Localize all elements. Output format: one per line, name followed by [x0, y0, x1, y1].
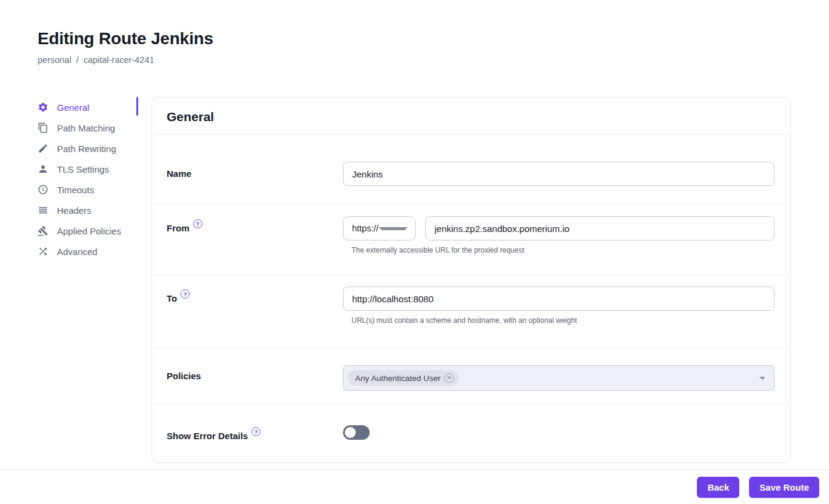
- help-icon[interactable]: ?: [193, 219, 202, 228]
- name-label: Name: [167, 168, 191, 179]
- card-title: General: [152, 98, 790, 135]
- policies-label: Policies: [167, 371, 201, 381]
- sidebar-item-path-rewriting[interactable]: Path Rewriting: [38, 138, 138, 159]
- page-title: Editing Route Jenkins: [38, 29, 829, 48]
- breadcrumb-namespace[interactable]: personal: [38, 55, 72, 65]
- policy-chip-label: Any Authenticated User: [355, 374, 441, 383]
- sidebar-item-advanced[interactable]: Advanced: [38, 241, 138, 262]
- sidebar-item-label: Timeouts: [57, 185, 94, 195]
- sidebar-item-label: General: [57, 102, 89, 113]
- name-input[interactable]: [343, 162, 774, 186]
- chevron-down-icon: [379, 227, 408, 230]
- lines-icon: [38, 205, 48, 216]
- chevron-down-icon: [759, 377, 765, 380]
- sidebar-item-label: TLS Settings: [57, 164, 109, 174]
- show-error-details-row: Show Error Details?: [152, 405, 790, 462]
- copy-icon: [38, 122, 48, 133]
- save-route-button[interactable]: Save Route: [749, 477, 819, 498]
- help-icon[interactable]: ?: [181, 290, 190, 299]
- policies-select[interactable]: Any Authenticated User ✕: [343, 365, 774, 391]
- toggle-knob: [345, 427, 356, 438]
- to-field-row: To? URL(s) must contain a scheme and hos…: [152, 276, 790, 348]
- from-input[interactable]: [425, 216, 774, 240]
- policy-chip[interactable]: Any Authenticated User ✕: [348, 370, 458, 386]
- breadcrumb-separator: /: [76, 55, 79, 65]
- gavel-icon: [38, 225, 48, 236]
- footer-action-bar: Back Save Route: [0, 469, 829, 504]
- from-field-row: From? https:// The externally accessible…: [152, 204, 790, 276]
- sidebar-item-label: Advanced: [57, 247, 98, 257]
- person-icon: [38, 164, 48, 174]
- help-icon[interactable]: ?: [251, 427, 261, 436]
- sidebar-item-timeouts[interactable]: Timeouts: [38, 179, 138, 200]
- name-field-row: Name: [152, 135, 790, 204]
- breadcrumb: personal / capital-racer-4241: [38, 55, 829, 65]
- breadcrumb-cluster[interactable]: capital-racer-4241: [84, 55, 155, 65]
- content: General Path Matching Path Rewriting TLS…: [0, 97, 829, 469]
- sidebar: General Path Matching Path Rewriting TLS…: [38, 97, 138, 262]
- route-settings-card: General Name From? https://: [151, 97, 791, 463]
- shuffle-icon: [38, 246, 48, 257]
- to-input[interactable]: [343, 287, 774, 311]
- chip-delete-icon[interactable]: ✕: [444, 373, 454, 383]
- scheme-select-value: https://: [352, 224, 379, 233]
- to-label: To: [167, 293, 177, 303]
- policies-field-row: Policies Any Authenticated User ✕: [152, 348, 790, 405]
- from-helper-text: The externally accessible URL for the pr…: [351, 246, 774, 254]
- to-helper-text: URL(s) must contain a scheme and hostnam…: [351, 316, 774, 325]
- show-error-details-label: Show Error Details: [167, 431, 248, 441]
- sidebar-item-general[interactable]: General: [38, 97, 138, 118]
- sidebar-item-path-matching[interactable]: Path Matching: [38, 118, 138, 138]
- pencil-icon: [38, 143, 48, 154]
- gear-icon: [38, 102, 48, 113]
- sidebar-item-label: Applied Policies: [57, 226, 121, 236]
- show-error-details-toggle[interactable]: [343, 425, 370, 440]
- sidebar-item-label: Path Matching: [57, 123, 115, 133]
- scheme-select[interactable]: https://: [343, 216, 416, 240]
- sidebar-item-label: Path Rewriting: [57, 144, 116, 154]
- selected-tab-indicator: [136, 97, 138, 116]
- sidebar-item-applied-policies[interactable]: Applied Policies: [38, 220, 138, 241]
- sidebar-item-label: Headers: [57, 205, 92, 216]
- from-label: From: [167, 223, 190, 233]
- clock-icon: [38, 184, 48, 195]
- page-header: Editing Route Jenkins personal / capital…: [0, 0, 829, 65]
- back-button[interactable]: Back: [697, 477, 739, 498]
- sidebar-item-tls-settings[interactable]: TLS Settings: [38, 159, 138, 179]
- sidebar-item-headers[interactable]: Headers: [38, 200, 138, 220]
